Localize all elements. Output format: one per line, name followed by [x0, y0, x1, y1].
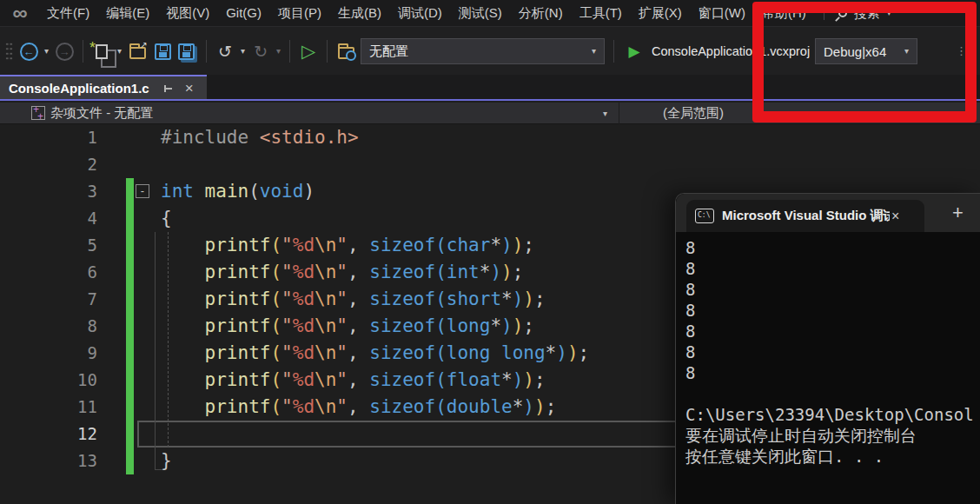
save-button[interactable] — [153, 40, 172, 63]
pin-icon[interactable] — [162, 83, 173, 94]
menu-item-9[interactable]: 分析(N) — [519, 5, 563, 22]
console-line: 8 — [685, 237, 980, 258]
save-all-icon — [178, 43, 195, 60]
line-number: 5 — [0, 232, 97, 259]
nav-back-button[interactable] — [19, 40, 38, 63]
save-all-button[interactable] — [178, 40, 197, 63]
search-button[interactable]: 搜索 — [838, 5, 891, 22]
nav-forward-button[interactable] — [55, 40, 74, 63]
toolbar-overflow-button[interactable] — [956, 44, 967, 57]
project-dropdown-caret[interactable] — [603, 109, 607, 118]
code-text: { — [161, 205, 172, 232]
navbar-divider — [619, 103, 619, 124]
line-number: 4 — [0, 205, 97, 232]
toolbar-separator — [206, 40, 207, 63]
menu-item-6[interactable]: 生成(B) — [338, 5, 381, 22]
console-line: C:\Users\23394\Desktop\Consol — [685, 404, 980, 425]
menu-item-5[interactable]: 项目(P) — [278, 5, 321, 22]
terminal-tab-close-icon[interactable] — [891, 209, 899, 224]
toolbar-separator — [289, 40, 290, 63]
menu-item-12[interactable]: 窗口(W) — [699, 5, 745, 22]
open-folder-icon — [129, 47, 146, 59]
toolbar-separator — [613, 40, 614, 63]
new-file-icon — [96, 44, 108, 59]
line-number: 6 — [0, 259, 97, 286]
code-text: printf("%d\n", sizeof(float*)); — [161, 367, 546, 394]
solution-configuration-value: 无配置 — [369, 43, 408, 60]
line-number: 11 — [0, 394, 97, 421]
console-output[interactable]: 8888888 C:\Users\23394\Desktop\Consol要在调… — [676, 232, 980, 504]
menu-bar: ∞ 文件(F)编辑(E)视图(V)Git(G)项目(P)生成(B)调试(D)测试… — [0, 0, 980, 26]
menu-item-13[interactable]: 帮助(H) — [762, 5, 806, 22]
menu-item-3[interactable]: 视图(V) — [166, 5, 209, 22]
console-line: 8 — [685, 258, 980, 279]
indent-guide-line — [168, 232, 169, 448]
console-line: 8 — [685, 321, 980, 342]
line-number: 9 — [0, 340, 97, 367]
browse-files-button[interactable] — [336, 40, 355, 63]
code-line-1[interactable]: 1#include <stdio.h> — [0, 124, 980, 151]
terminal-tab-title: Microsoft Visual Studio 调试控制台 — [722, 208, 890, 224]
code-text: printf("%d\n", sizeof(char*)); — [161, 232, 534, 259]
change-tracking-bar — [126, 178, 134, 474]
menu-item-7[interactable]: 调试(D) — [398, 5, 442, 22]
cmd-icon: C:\ — [695, 209, 714, 223]
undo-dropdown[interactable] — [241, 47, 245, 56]
menu-item-1[interactable]: 文件(F) — [47, 5, 89, 22]
redo-dropdown — [276, 47, 281, 56]
code-text: printf("%d\n", sizeof(short*)); — [161, 286, 546, 313]
vs-logo-icon: ∞ — [0, 1, 40, 25]
run-target-label[interactable]: ConsoleApplication1.vcxproj — [652, 44, 810, 58]
line-number: 7 — [0, 286, 97, 313]
project-dropdown[interactable]: 杂项文件 - 无配置 — [50, 105, 153, 122]
undo-button[interactable] — [215, 40, 235, 63]
menu-item-4[interactable]: Git(G) — [226, 5, 262, 22]
console-line: 8 — [685, 342, 980, 362]
menu-divider — [824, 7, 824, 20]
line-number: 12 — [0, 421, 97, 448]
start-without-debugging-button[interactable] — [299, 40, 318, 63]
terminal-tab[interactable]: C:\ Microsoft Visual Studio 调试控制台 — [686, 200, 924, 232]
document-tab-title: ConsoleApplication1.c — [9, 81, 149, 96]
menu-item-11[interactable]: 扩展(X) — [639, 5, 682, 22]
debug-console-window: C:\ Microsoft Visual Studio 调试控制台 + 8888… — [675, 193, 980, 504]
code-line-2[interactable]: 2 — [0, 151, 980, 178]
navigation-bar: 杂项文件 - 无配置 (全局范围) — [0, 103, 980, 124]
platform-combobox[interactable]: Debug|x64 — [815, 38, 917, 64]
run-cluster: ConsoleApplication1.vcxproj — [611, 27, 822, 76]
open-file-button[interactable] — [128, 40, 147, 63]
console-line: 按任意键关闭此窗口. . . — [685, 446, 980, 467]
solution-configuration-combobox[interactable]: 无配置 — [361, 38, 605, 64]
fold-collapse-icon[interactable] — [136, 184, 149, 198]
code-text: int main(void) — [161, 178, 315, 205]
toolbar-icons — [5, 27, 393, 76]
start-debugging-button[interactable] — [625, 40, 644, 63]
terminal-title-bar[interactable]: C:\ Microsoft Visual Studio 调试控制台 + — [676, 194, 980, 232]
toolbar-separator — [327, 40, 328, 63]
code-text: #include <stdio.h> — [161, 124, 359, 151]
close-icon[interactable] — [185, 81, 194, 96]
misc-files-icon — [31, 106, 45, 120]
code-text: printf("%d\n", sizeof(long*)); — [161, 313, 534, 340]
document-tab[interactable]: ConsoleApplication1.c — [0, 75, 207, 99]
menu-item-10[interactable]: 工具(T) — [579, 5, 622, 22]
code-text: printf("%d\n", sizeof(int*)); — [161, 259, 523, 286]
line-number: 8 — [0, 313, 97, 340]
chevron-down-icon — [904, 47, 909, 56]
menu-items: 文件(F)编辑(E)视图(V)Git(G)项目(P)生成(B)调试(D)测试(S… — [47, 5, 806, 22]
chevron-down-icon — [592, 47, 596, 56]
menu-item-2[interactable]: 编辑(E) — [106, 5, 149, 22]
redo-button[interactable] — [251, 40, 270, 63]
line-number: 2 — [0, 151, 97, 178]
code-text: printf("%d\n", sizeof(long long*)); — [161, 340, 589, 367]
new-file-dropdown[interactable] — [117, 47, 122, 56]
nav-back-dropdown[interactable] — [44, 47, 49, 56]
menu-item-8[interactable]: 测试(S) — [459, 5, 502, 22]
scope-dropdown[interactable]: (全局范围) — [624, 105, 763, 122]
terminal-new-tab-button[interactable]: + — [952, 202, 963, 224]
code-text: printf("%d\n", sizeof(double*)); — [161, 394, 556, 421]
toolbar: 无配置 ConsoleApplication1.vcxproj Debug|x6… — [0, 26, 980, 75]
toolbar-drag-handle[interactable] — [5, 42, 13, 61]
console-line — [685, 383, 980, 404]
new-file-button[interactable] — [92, 40, 111, 63]
